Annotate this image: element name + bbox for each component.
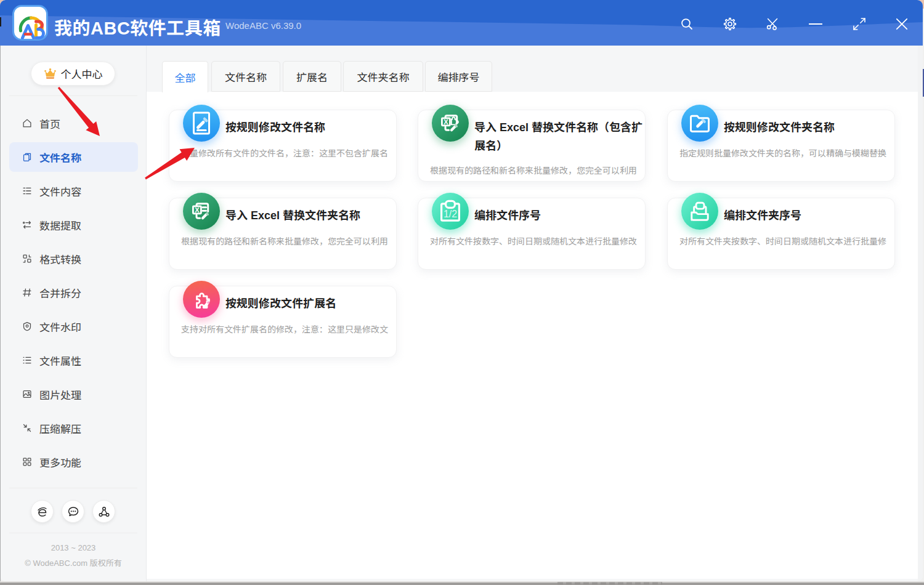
svg-text:X: X <box>444 118 448 126</box>
svg-text:1/2: 1/2 <box>444 209 457 219</box>
svg-text:X: X <box>195 206 200 214</box>
